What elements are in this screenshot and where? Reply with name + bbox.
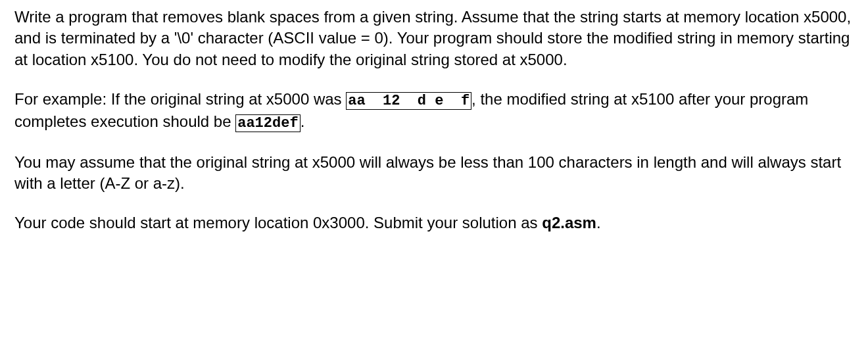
p2-text-a: For example: If the original string at x… [14,90,346,108]
code-example-output: aa12def [235,114,300,132]
paragraph-1: Write a program that removes blank space… [14,7,854,70]
code-example-input: aa 12 d e f [346,92,471,110]
p4-text-a: Your code should start at memory locatio… [14,214,542,231]
paragraph-2: For example: If the original string at x… [14,89,854,133]
paragraph-4: Your code should start at memory locatio… [14,212,854,233]
paragraph-3: You may assume that the original string … [14,152,854,195]
p2-text-c: . [301,112,305,130]
filename: q2.asm [542,214,596,231]
p4-text-b: . [596,214,601,231]
